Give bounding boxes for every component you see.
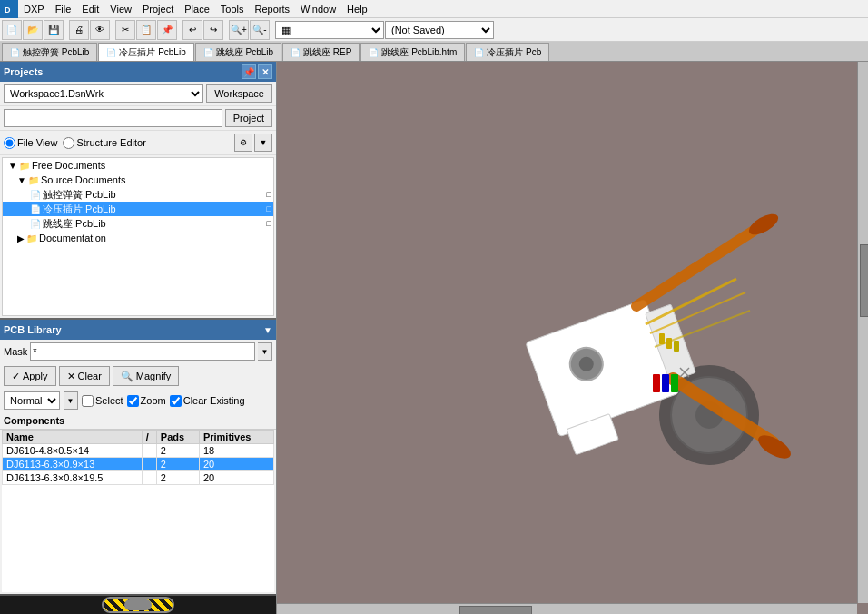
options-dropdown-btn[interactable]: ▼ (64, 391, 78, 410)
clear-button[interactable]: ✕ Clear (59, 366, 110, 386)
col-header-pads[interactable]: Pads (156, 431, 199, 444)
tab-0[interactable]: 📄 触控弹簧 PcbLib (2, 43, 97, 61)
magnify-button[interactable]: 🔍 Magnify (113, 366, 180, 386)
menu-reports[interactable]: Reports (249, 0, 295, 17)
saved-state-select[interactable]: (Not Saved) (385, 21, 494, 39)
structure-editor-label: Structure Editor (76, 137, 145, 148)
save-btn[interactable]: 💾 (44, 20, 64, 40)
menu-edit[interactable]: Edit (76, 0, 104, 17)
project-row: Project (0, 106, 276, 131)
menu-dxp[interactable]: DXP (18, 0, 50, 17)
mask-dropdown-btn[interactable]: ▼ (258, 342, 272, 361)
col-header-name[interactable]: Name (3, 431, 143, 444)
menu-place[interactable]: Place (179, 0, 215, 17)
vertical-scrollbar-thumb[interactable] (860, 244, 868, 317)
menu-help[interactable]: Help (341, 0, 373, 17)
tab-1[interactable]: 📄 冷压插片 PcbLib (98, 43, 193, 61)
tree-item-free-docs[interactable]: ▼ 📁 Free Documents (3, 158, 273, 173)
select-checkbox[interactable] (82, 395, 94, 407)
project-button[interactable]: Project (225, 109, 272, 127)
options-row: Normal ▼ Select Zoom Clear Existing (0, 389, 276, 412)
dxp-logo[interactable]: D (0, 0, 18, 18)
projects-close-btn[interactable]: ✕ (258, 64, 272, 79)
mask-input[interactable] (30, 342, 255, 361)
view-row: File View Structure Editor ⚙ ▼ (0, 131, 276, 155)
menu-file[interactable]: File (50, 0, 77, 17)
preview-btn[interactable]: 👁 (90, 20, 110, 40)
projects-title: Projects (4, 66, 240, 77)
components-table-container: Name / Pads Primitives DJ610-4.8×0.5×14 … (2, 430, 274, 592)
tree-item-source-docs[interactable]: ▼ 📁 Source Documents (3, 173, 273, 187)
table-row-selected[interactable]: DJ6113-6.3×0.9×13 2 20 (3, 458, 274, 471)
copy-btn[interactable]: 📋 (136, 20, 156, 40)
vertical-scrollbar[interactable] (857, 62, 868, 603)
undo-btn[interactable]: ↩ (182, 20, 202, 40)
menu-view[interactable]: View (104, 0, 137, 17)
zoom-in-btn[interactable]: 🔍+ (229, 20, 249, 40)
component-svg (428, 179, 791, 497)
tree-collapse-icon-2: ▼ (17, 175, 26, 185)
menu-window[interactable]: Window (295, 0, 341, 17)
workspace-button[interactable]: Workspace (206, 84, 272, 103)
pcb-library-title: PCB Library (4, 324, 263, 335)
tab-3[interactable]: 📄 跳线座 REP (282, 43, 360, 61)
tab-1-icon: 📄 (106, 48, 116, 57)
cell-pads-1: 2 (156, 458, 199, 471)
clear-existing-checkbox[interactable] (170, 395, 182, 407)
print-btn[interactable]: 🖨 (69, 20, 89, 40)
normal-select[interactable]: Normal (4, 391, 60, 410)
structure-editor-radio[interactable]: Structure Editor (63, 137, 145, 149)
pcb-library-arrow[interactable]: ▼ (263, 325, 272, 335)
col-header-slash[interactable]: / (142, 431, 156, 444)
table-row[interactable]: DJ6113-6.3×0.8×19.5 2 20 (3, 471, 274, 485)
cell-name-0: DJ610-4.8×0.5×14 (3, 444, 143, 458)
tree-item-documentation[interactable]: ▶ 📁 Documentation (3, 231, 273, 245)
zoom-out-btn[interactable]: 🔍- (250, 20, 270, 40)
cell-slash-1 (142, 458, 156, 471)
table-row[interactable]: DJ610-4.8×0.5×14 2 18 (3, 444, 274, 458)
cut-btn[interactable]: ✂ (115, 20, 135, 40)
menu-tools[interactable]: Tools (215, 0, 250, 17)
clear-icon: ✕ (67, 371, 75, 382)
new-btn[interactable]: 📄 (2, 20, 22, 40)
select-checkbox-label[interactable]: Select (82, 395, 123, 407)
tree-folder-icon-3: 📁 (26, 233, 37, 243)
tree-item-file-3[interactable]: 📄 跳线座.PcbLib □ (3, 216, 273, 231)
project-search-input[interactable] (4, 109, 222, 127)
file-view-radio[interactable]: File View (4, 137, 57, 149)
zoom-label: Zoom (141, 395, 166, 406)
mask-row: Mask ▼ (0, 340, 276, 363)
cell-prim-1: 20 (199, 458, 273, 471)
canvas-area[interactable] (277, 62, 868, 614)
apply-icon: ✓ (12, 371, 20, 382)
zoom-checkbox[interactable] (127, 395, 139, 407)
apply-button[interactable]: ✓ Apply (4, 366, 56, 386)
horizontal-scrollbar-thumb[interactable] (459, 606, 532, 614)
view-icon-1[interactable]: ⚙ (234, 134, 252, 152)
open-btn[interactable]: 📂 (23, 20, 43, 40)
svg-rect-19 (671, 374, 678, 392)
apply-label: Apply (23, 371, 48, 381)
col-header-primitives[interactable]: Primitives (199, 431, 273, 444)
workspace-select[interactable]: Workspace1.DsnWrk (4, 84, 203, 103)
grid-select[interactable]: ▦ (275, 21, 384, 39)
tree-item-file-1[interactable]: 📄 触控弹簧.PcbLib □ (3, 187, 273, 202)
view-icon-2[interactable]: ▼ (254, 134, 272, 152)
tree-item-label: Free Documents (32, 160, 105, 171)
tree-item-file-2[interactable]: 📄 冷压插片.PcbLib □ (3, 202, 273, 216)
zoom-checkbox-label[interactable]: Zoom (127, 395, 166, 407)
clear-existing-checkbox-label[interactable]: Clear Existing (170, 395, 245, 407)
tab-5[interactable]: 📄 冷压插片 Pcb (466, 43, 549, 61)
menu-project[interactable]: Project (137, 0, 179, 17)
tab-2-icon: 📄 (203, 48, 213, 57)
projects-pin-btn[interactable]: 📌 (242, 64, 256, 79)
tab-0-icon: 📄 (10, 48, 20, 57)
horizontal-scrollbar[interactable] (277, 603, 857, 614)
redo-btn[interactable]: ↪ (203, 20, 223, 40)
magnify-label: Magnify (136, 371, 172, 381)
paste-btn[interactable]: 📌 (157, 20, 177, 40)
svg-rect-17 (653, 374, 660, 392)
tab-2[interactable]: 📄 跳线座 PcbLib (195, 43, 281, 61)
tab-4[interactable]: 📄 跳线座 PcbLib.htm (360, 43, 465, 61)
tab-3-label: 跳线座 REP (303, 46, 351, 59)
